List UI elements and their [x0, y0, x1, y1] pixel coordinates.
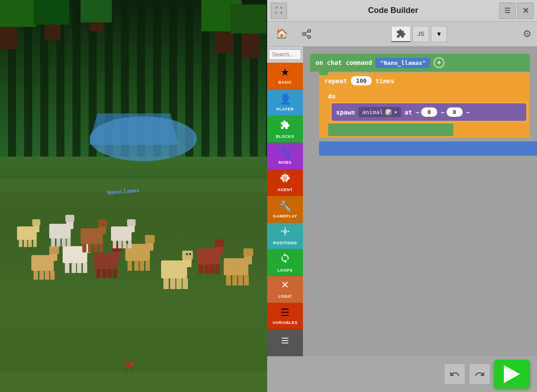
svg-rect-108	[286, 174, 286, 175]
js-tab-label: JS	[418, 30, 424, 37]
workspace[interactable]: on chat command "Nano_llamas" + repeat 1…	[303, 47, 537, 356]
svg-rect-97	[130, 362, 133, 365]
repeat-count[interactable]: 100	[351, 76, 372, 85]
svg-rect-44	[51, 239, 55, 247]
svg-rect-26	[83, 263, 87, 273]
mobs-label: MOBS	[279, 160, 292, 165]
svg-rect-43	[65, 215, 74, 222]
tab-dropdown[interactable]: ▾	[431, 26, 447, 42]
svg-rect-109	[281, 177, 282, 179]
logic-label: LOGIC	[278, 294, 292, 298]
svg-rect-51	[82, 244, 86, 252]
svg-rect-39	[140, 261, 144, 271]
variables-label: VARIABLES	[273, 320, 298, 325]
x-coord-group: ~ 0	[416, 107, 437, 117]
svg-rect-36	[145, 235, 155, 243]
tilde2: ~	[441, 109, 444, 116]
svg-rect-10	[34, 0, 69, 25]
gameplay-label: GAMEPLAY	[273, 214, 297, 218]
svg-rect-87	[127, 219, 136, 226]
svg-rect-105	[286, 176, 287, 178]
positions-label: POSITIONS	[273, 241, 297, 245]
y-coord-group: ~ 0	[441, 107, 462, 117]
puzzle-tab[interactable]	[391, 26, 411, 42]
svg-rect-50	[98, 219, 107, 227]
svg-rect-15	[49, 246, 59, 254]
svg-rect-47	[67, 239, 71, 247]
js-tab[interactable]: JS	[413, 26, 429, 42]
svg-rect-103	[282, 175, 289, 181]
expand-button[interactable]: ⛶	[271, 3, 287, 19]
title-bar: ⛶ Code Builder ☰ ✕	[267, 0, 537, 21]
toolbar: 🏠 JS ▾	[267, 21, 537, 47]
gameplay-icon: 🔧	[279, 200, 291, 212]
sidebar-item-positions[interactable]: POSITIONS	[267, 223, 303, 250]
green-connector	[328, 124, 453, 136]
on-chat-command-block: on chat command "Nano_llamas" +	[310, 54, 530, 72]
settings-icon[interactable]: ⚙	[523, 28, 532, 40]
svg-point-113	[284, 230, 286, 233]
repeat-header: repeat 100 times	[319, 72, 530, 89]
svg-rect-63	[189, 253, 191, 255]
agent-label: AGENT	[277, 187, 293, 192]
svg-rect-96	[131, 367, 132, 373]
sidebar-item-logic[interactable]: LOGIC	[267, 276, 303, 303]
sidebar-item-gameplay[interactable]: 🔧 GAMEPLAY	[267, 196, 303, 223]
svg-rect-59	[170, 278, 175, 289]
svg-rect-81	[19, 240, 22, 247]
svg-rect-69	[210, 264, 214, 274]
svg-rect-61	[183, 278, 188, 289]
entity-type-label: animal	[362, 109, 383, 115]
run-icon	[504, 365, 520, 383]
sidebar-item-agent[interactable]: AGENT	[267, 170, 303, 196]
tilde1: ~	[416, 109, 419, 116]
positions-icon	[280, 226, 290, 239]
sidebar-item-mobs[interactable]: 🐾 MOBS	[267, 143, 303, 170]
svg-rect-104	[283, 176, 285, 178]
add-command-button[interactable]: +	[434, 57, 444, 68]
run-button[interactable]	[494, 360, 530, 388]
svg-rect-38	[134, 261, 139, 271]
window-title: Code Builder	[287, 6, 499, 15]
sidebar-item-math[interactable]	[267, 329, 303, 356]
variables-icon: ☰	[281, 307, 290, 319]
svg-rect-31	[102, 269, 107, 278]
sidebar-item-variables[interactable]: ☰ VARIABLES	[267, 303, 303, 330]
y-coord-input[interactable]: 0	[447, 107, 463, 117]
search-input[interactable]	[269, 49, 301, 60]
svg-rect-74	[226, 275, 231, 285]
sidebar-item-player[interactable]: 👤 PLAYER	[267, 89, 303, 116]
sidebar-item-loops[interactable]: LOOPS	[267, 249, 303, 276]
blue-extension-block	[319, 141, 537, 156]
x-coord-input[interactable]: 0	[421, 107, 437, 117]
svg-rect-70	[215, 264, 220, 274]
chat-command-name[interactable]: "Nano_llamas"	[375, 58, 430, 68]
entity-type-dropdown[interactable]: animal 🎲 ▾	[358, 107, 401, 117]
svg-point-100	[308, 36, 311, 38]
menu-button[interactable]: ☰	[499, 3, 516, 19]
svg-rect-32	[107, 269, 112, 278]
home-icon[interactable]: 🏠	[273, 25, 290, 43]
svg-rect-12	[81, 0, 112, 22]
sidebar-item-basic[interactable]: ★ BASIC	[267, 63, 303, 89]
times-label: times	[375, 77, 394, 85]
svg-line-102	[305, 31, 308, 33]
sidebar: ★ BASIC 👤 PLAYER BLOCKS 🐾 MOBS	[267, 47, 303, 356]
undo-button[interactable]	[444, 363, 465, 385]
sidebar-item-blocks[interactable]: BLOCKS	[267, 116, 303, 143]
share-icon[interactable]	[298, 25, 315, 43]
close-button[interactable]: ✕	[517, 3, 533, 19]
svg-rect-54	[99, 244, 103, 252]
svg-point-2	[90, 116, 197, 161]
svg-rect-18	[45, 271, 49, 280]
svg-rect-45	[56, 239, 60, 247]
svg-rect-83	[28, 240, 32, 247]
svg-rect-93	[125, 367, 127, 374]
svg-rect-58	[163, 278, 169, 289]
logic-icon	[280, 280, 290, 292]
svg-rect-91	[128, 241, 132, 248]
dropdown-arrow: ▾	[394, 109, 397, 115]
basic-icon: ★	[281, 67, 290, 78]
tilde3: ~	[466, 109, 470, 116]
redo-button[interactable]	[469, 363, 490, 385]
